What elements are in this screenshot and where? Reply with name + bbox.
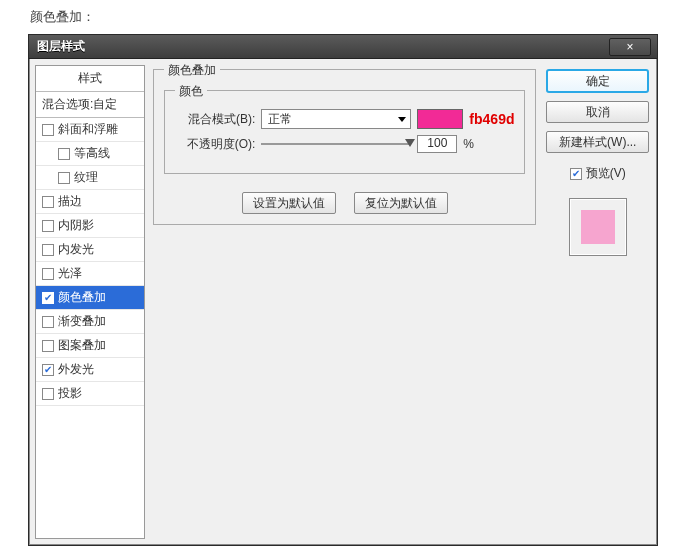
- blend-mode-value: 正常: [268, 111, 292, 128]
- style-checkbox[interactable]: [42, 220, 54, 232]
- overlay-color-hex: fb469d: [469, 111, 514, 127]
- styles-header: 样式: [36, 66, 144, 92]
- opacity-label: 不透明度(O):: [175, 136, 255, 153]
- blend-mode-label: 混合模式(B):: [175, 111, 255, 128]
- styles-list: 斜面和浮雕等高线纹理描边内阴影内发光光泽✔颜色叠加渐变叠加图案叠加✔外发光投影: [36, 118, 144, 406]
- styles-panel: 样式 混合选项:自定 斜面和浮雕等高线纹理描边内阴影内发光光泽✔颜色叠加渐变叠加…: [35, 65, 145, 539]
- style-item-label: 图案叠加: [58, 337, 106, 354]
- preview-checkbox[interactable]: ✔: [570, 168, 582, 180]
- style-checkbox[interactable]: [42, 268, 54, 280]
- style-checkbox[interactable]: [42, 340, 54, 352]
- chevron-down-icon: [398, 117, 406, 122]
- style-checkbox[interactable]: ✔: [42, 292, 54, 304]
- style-checkbox[interactable]: [58, 148, 70, 160]
- style-item[interactable]: 光泽: [36, 262, 144, 286]
- style-item-label: 描边: [58, 193, 82, 210]
- blend-options-row[interactable]: 混合选项:自定: [36, 92, 144, 118]
- style-checkbox[interactable]: [42, 388, 54, 400]
- style-checkbox[interactable]: [42, 244, 54, 256]
- preview-box: [569, 198, 627, 256]
- default-buttons-row: 设置为默认值 复位为默认值: [164, 192, 525, 214]
- dialog-body: 样式 混合选项:自定 斜面和浮雕等高线纹理描边内阴影内发光光泽✔颜色叠加渐变叠加…: [29, 59, 657, 545]
- layer-style-dialog: 图层样式 × 样式 混合选项:自定 斜面和浮雕等高线纹理描边内阴影内发光光泽✔颜…: [28, 34, 658, 546]
- style-item[interactable]: ✔外发光: [36, 358, 144, 382]
- opacity-row: 不透明度(O): 100 %: [175, 135, 514, 153]
- group-legend: 颜色叠加: [164, 62, 220, 79]
- style-item[interactable]: 斜面和浮雕: [36, 118, 144, 142]
- reset-default-button[interactable]: 复位为默认值: [354, 192, 448, 214]
- style-item[interactable]: 内发光: [36, 238, 144, 262]
- preview-label: 预览(V): [586, 165, 626, 182]
- style-item-label: 颜色叠加: [58, 289, 106, 306]
- style-item-label: 外发光: [58, 361, 94, 378]
- blend-mode-row: 混合模式(B): 正常 fb469d: [175, 109, 514, 129]
- style-item[interactable]: 投影: [36, 382, 144, 406]
- page-caption: 颜色叠加：: [0, 0, 690, 26]
- style-checkbox[interactable]: ✔: [42, 364, 54, 376]
- style-item-label: 等高线: [74, 145, 110, 162]
- color-inner-group: 颜色 混合模式(B): 正常 fb469d 不透明度(O):: [164, 90, 525, 174]
- close-button[interactable]: ×: [609, 38, 651, 56]
- ok-button[interactable]: 确定: [546, 69, 649, 93]
- blend-mode-select[interactable]: 正常: [261, 109, 411, 129]
- style-item[interactable]: 内阴影: [36, 214, 144, 238]
- style-item[interactable]: 等高线: [36, 142, 144, 166]
- style-item[interactable]: 图案叠加: [36, 334, 144, 358]
- style-item-label: 光泽: [58, 265, 82, 282]
- style-checkbox[interactable]: [42, 124, 54, 136]
- style-item-label: 渐变叠加: [58, 313, 106, 330]
- style-item-label: 内阴影: [58, 217, 94, 234]
- preview-chip: [581, 210, 615, 244]
- style-item[interactable]: 描边: [36, 190, 144, 214]
- style-item[interactable]: ✔颜色叠加: [36, 286, 144, 310]
- set-default-button[interactable]: 设置为默认值: [242, 192, 336, 214]
- style-checkbox[interactable]: [42, 196, 54, 208]
- style-checkbox[interactable]: [42, 316, 54, 328]
- titlebar: 图层样式 ×: [29, 35, 657, 59]
- opacity-slider[interactable]: [261, 137, 411, 151]
- style-item-label: 投影: [58, 385, 82, 402]
- style-item-label: 斜面和浮雕: [58, 121, 118, 138]
- style-checkbox[interactable]: [58, 172, 70, 184]
- style-item[interactable]: 渐变叠加: [36, 310, 144, 334]
- right-panel: 确定 取消 新建样式(W)... ✔ 预览(V): [544, 65, 651, 539]
- opacity-unit: %: [463, 137, 474, 151]
- opacity-input[interactable]: 100: [417, 135, 457, 153]
- overlay-color-swatch[interactable]: [417, 109, 463, 129]
- preview-checkbox-row[interactable]: ✔ 预览(V): [546, 165, 649, 182]
- slider-track-line: [261, 143, 411, 145]
- new-style-button[interactable]: 新建样式(W)...: [546, 131, 649, 153]
- cancel-button[interactable]: 取消: [546, 101, 649, 123]
- style-item-label: 纹理: [74, 169, 98, 186]
- inner-legend: 颜色: [175, 83, 207, 100]
- style-item-label: 内发光: [58, 241, 94, 258]
- dialog-title: 图层样式: [37, 38, 609, 55]
- slider-thumb-icon: [405, 139, 415, 147]
- color-overlay-group: 颜色叠加 颜色 混合模式(B): 正常 fb469d 不透明度(O):: [153, 69, 536, 225]
- center-panel: 颜色叠加 颜色 混合模式(B): 正常 fb469d 不透明度(O):: [151, 65, 538, 539]
- close-icon: ×: [626, 40, 633, 54]
- style-item[interactable]: 纹理: [36, 166, 144, 190]
